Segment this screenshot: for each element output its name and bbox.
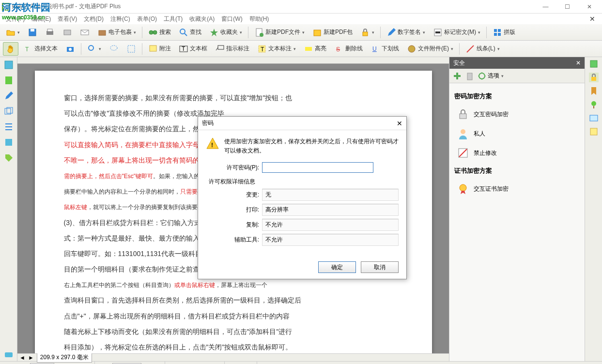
bookmarks-panel-icon[interactable] <box>3 75 15 86</box>
highlight-icon <box>304 44 313 54</box>
single-page-button[interactable] <box>261 363 272 364</box>
highlight-tool[interactable]: 高亮 <box>301 42 329 56</box>
first-page-button[interactable]: ⏮ <box>3 363 14 364</box>
zoom-in-button[interactable]: + <box>150 363 161 364</box>
bottom-info-bar: ◄ ► 209.9 x 297.0 毫米 <box>17 353 449 361</box>
pages-panel-icon[interactable] <box>3 59 15 71</box>
tile-button[interactable]: 拼版 <box>490 26 518 39</box>
textmark-icon: T <box>257 44 267 54</box>
hand-tool[interactable] <box>3 42 18 56</box>
add-security-button[interactable] <box>452 71 462 81</box>
lasso-tool[interactable] <box>106 42 122 56</box>
arrow-left-icon[interactable]: ◄ <box>19 354 25 361</box>
new-package-button[interactable]: 新建PDF包 <box>309 26 355 39</box>
binoculars-button[interactable]: 搜索 <box>145 26 174 39</box>
ok-button[interactable]: 确定 <box>318 261 356 273</box>
structure-panel-icon[interactable] <box>3 121 15 133</box>
marquee-tool[interactable] <box>123 42 139 56</box>
assist-label: 辅助工具: <box>206 236 259 244</box>
maximize-button[interactable]: ☐ <box>556 0 578 13</box>
line-tool[interactable]: 线条(L)▾ <box>463 42 503 56</box>
fit-page-button[interactable] <box>183 363 193 364</box>
email-button[interactable] <box>77 26 93 39</box>
stamp-panel-icon[interactable] <box>589 59 599 69</box>
security-options-button[interactable]: 选项▾ <box>478 72 504 80</box>
find-button[interactable]: 查找 <box>176 26 204 39</box>
tags-panel-icon[interactable] <box>3 152 15 164</box>
zoom-out-button[interactable]: − <box>99 363 109 364</box>
last-page-button[interactable]: ⏭ <box>80 363 91 364</box>
textbox-tool[interactable]: T文本框 <box>176 42 210 56</box>
password-input[interactable] <box>262 162 373 173</box>
sign-button[interactable]: 数字签名▾ <box>384 26 428 39</box>
menu-favorites[interactable]: 收藏夹(A) <box>186 14 217 24</box>
image-panel-icon[interactable] <box>589 113 599 123</box>
articles-panel-icon[interactable] <box>3 136 15 148</box>
comments-panel-icon[interactable] <box>3 349 15 361</box>
print-button[interactable] <box>42 26 58 39</box>
doc-close-icon[interactable]: ✕ <box>587 14 598 24</box>
menu-form[interactable]: 表单(O) <box>134 14 160 24</box>
menubar: 文件(F) 编辑(E) 查看(V) 文档(D) 注释(C) 表单(O) 工具(T… <box>0 14 602 24</box>
save-button[interactable] <box>25 26 40 39</box>
svg-rect-34 <box>305 47 312 51</box>
snapshot-tool[interactable] <box>62 42 78 56</box>
underline-tool[interactable]: U下划线 <box>368 42 402 56</box>
menu-view[interactable]: 查看(V) <box>55 14 80 24</box>
redact-button[interactable]: 标记密文(M)▾ <box>430 26 483 39</box>
menu-help[interactable]: 帮助(H) <box>247 14 272 24</box>
menu-tools[interactable]: 工具(T) <box>161 14 185 24</box>
menu-file[interactable]: 文件(F) <box>3 14 28 24</box>
minimize-button[interactable]: — <box>535 0 556 13</box>
textmark-tool[interactable]: T文本标注▾ <box>254 42 299 56</box>
note-tool[interactable]: 附注 <box>145 42 174 56</box>
rotate-cw-button[interactable]: ↷ <box>242 363 253 364</box>
signatures-panel-icon[interactable] <box>3 90 15 102</box>
continuous-button[interactable] <box>275 363 285 364</box>
callout-tool[interactable]: 指示标注 <box>212 42 252 56</box>
panel-close-icon[interactable]: ✕ <box>576 60 581 66</box>
change-label: 变更: <box>206 191 259 199</box>
menu-edit[interactable]: 编辑(E) <box>29 14 54 24</box>
new-pdf-button[interactable]: 新建PDF文件▾ <box>251 26 308 39</box>
menu-comment[interactable]: 注释(C) <box>108 14 133 24</box>
close-button[interactable]: ✕ <box>578 0 600 13</box>
strikethrough-tool[interactable]: S删除线 <box>331 42 366 56</box>
fit-visible-button[interactable] <box>210 363 220 364</box>
clipart-panel-icon[interactable] <box>589 127 599 136</box>
menu-document[interactable]: 文档(D) <box>81 14 107 24</box>
continuous-facing-button[interactable] <box>302 363 312 364</box>
security-scheme-item[interactable]: 交互密码加密 <box>454 105 580 124</box>
security-scheme-item[interactable]: 交互证书加密 <box>454 179 580 198</box>
zoom-tool[interactable]: ▾ <box>84 42 104 56</box>
layers-panel-icon[interactable] <box>3 106 15 117</box>
dialog-close-icon[interactable]: ✕ <box>397 120 402 127</box>
rotate-ccw-button[interactable]: ↶ <box>229 363 239 364</box>
menu-window[interactable]: 窗口(W) <box>218 14 245 24</box>
favorites-button[interactable]: 收藏夹▾ <box>206 26 245 39</box>
delete-security-button[interactable] <box>465 71 475 81</box>
prev-page-button[interactable]: ◀ <box>16 363 27 364</box>
svg-point-13 <box>260 33 263 37</box>
hand-icon <box>6 44 15 54</box>
copy-label: 复制: <box>206 221 259 229</box>
svg-rect-19 <box>498 29 501 32</box>
facing-button[interactable] <box>288 363 299 364</box>
cancel-button[interactable]: 取消 <box>361 261 399 273</box>
security-scheme-item[interactable]: 禁止修改 <box>454 143 580 163</box>
bookmark-panel-icon[interactable] <box>589 86 599 96</box>
text-select-tool[interactable]: T选择文本 <box>20 42 61 56</box>
scan-button[interactable] <box>60 26 75 39</box>
epackage-button[interactable]: 电子包裹▾ <box>94 26 139 39</box>
security-scheme-item[interactable]: 私人 <box>454 124 580 143</box>
open-button[interactable]: ▾ <box>3 26 23 39</box>
arrow-right-icon[interactable]: ► <box>28 354 34 361</box>
next-page-button[interactable]: ▶ <box>66 363 77 364</box>
lock-button[interactable]: ▾ <box>357 26 377 39</box>
attachment-tool[interactable]: 文件附件(E)▾ <box>404 42 456 56</box>
destination-panel-icon[interactable] <box>589 100 599 109</box>
fit-actual-button[interactable]: 1:1 <box>169 363 180 364</box>
fit-width-button[interactable] <box>196 363 207 364</box>
svg-rect-1 <box>3 4 8 9</box>
security-panel-icon[interactable] <box>589 73 599 82</box>
